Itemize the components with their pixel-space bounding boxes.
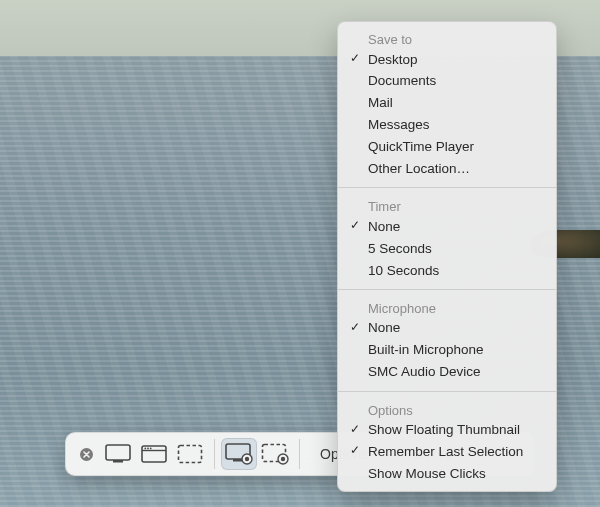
capture-selection-button[interactable] — [172, 438, 208, 470]
capture-window-button[interactable] — [136, 438, 172, 470]
save-to-heading: Save to — [338, 28, 556, 49]
options-heading: Options — [338, 399, 556, 420]
menu-item-label: Messages — [368, 117, 430, 132]
opt-remember-selection[interactable]: Remember Last Selection — [338, 441, 556, 463]
mic-smc[interactable]: SMC Audio Device — [338, 362, 556, 384]
save-to-mail[interactable]: Mail — [338, 93, 556, 115]
menu-item-label: Mail — [368, 95, 393, 110]
svg-point-12 — [245, 457, 249, 461]
menu-item-label: None — [368, 320, 400, 335]
screen-icon — [105, 444, 131, 464]
timer-5s[interactable]: 5 Seconds — [338, 238, 556, 260]
svg-rect-1 — [106, 445, 130, 460]
save-to-other[interactable]: Other Location… — [338, 158, 556, 180]
save-to-desktop[interactable]: Desktop — [338, 49, 556, 71]
save-to-quicktime[interactable]: QuickTime Player — [338, 137, 556, 159]
svg-rect-8 — [179, 446, 202, 463]
svg-point-15 — [281, 457, 285, 461]
timer-heading: Timer — [338, 195, 556, 216]
close-button[interactable] — [72, 438, 100, 470]
mic-none[interactable]: None — [338, 318, 556, 340]
menu-item-label: Built-in Microphone — [368, 342, 484, 357]
microphone-heading: Microphone — [338, 297, 556, 318]
record-entire-screen-button[interactable] — [221, 438, 257, 470]
svg-point-7 — [150, 448, 152, 450]
menu-item-label: Show Mouse Clicks — [368, 466, 486, 481]
screen-record-icon — [225, 443, 253, 465]
menu-item-label: Documents — [368, 73, 436, 88]
menu-separator — [338, 391, 556, 392]
timer-10s[interactable]: 10 Seconds — [338, 260, 556, 282]
close-icon — [79, 447, 94, 462]
menu-item-label: SMC Audio Device — [368, 364, 481, 379]
toolbar-separator — [299, 439, 300, 469]
timer-none[interactable]: None — [338, 216, 556, 238]
opt-mouse-clicks[interactable]: Show Mouse Clicks — [338, 463, 556, 485]
menu-separator — [338, 187, 556, 188]
menu-item-label: None — [368, 219, 400, 234]
menu-item-label: Show Floating Thumbnail — [368, 422, 520, 437]
capture-entire-screen-button[interactable] — [100, 438, 136, 470]
selection-icon — [177, 444, 203, 464]
svg-point-6 — [147, 448, 149, 450]
svg-point-5 — [144, 448, 146, 450]
menu-item-label: 5 Seconds — [368, 241, 432, 256]
save-to-documents[interactable]: Documents — [338, 71, 556, 93]
menu-item-label: Other Location… — [368, 161, 470, 176]
mic-builtin[interactable]: Built-in Microphone — [338, 340, 556, 362]
menu-item-label: 10 Seconds — [368, 263, 439, 278]
save-to-messages[interactable]: Messages — [338, 115, 556, 137]
opt-floating-thumbnail[interactable]: Show Floating Thumbnail — [338, 420, 556, 442]
window-icon — [141, 444, 167, 464]
menu-separator — [338, 289, 556, 290]
menu-item-label: Remember Last Selection — [368, 444, 523, 459]
record-selection-button[interactable] — [257, 438, 293, 470]
options-menu: Save to Desktop Documents Mail Messages … — [337, 21, 557, 492]
menu-item-label: QuickTime Player — [368, 139, 474, 154]
selection-record-icon — [261, 443, 289, 465]
menu-item-label: Desktop — [368, 52, 418, 67]
svg-rect-2 — [113, 460, 123, 463]
toolbar-separator — [214, 439, 215, 469]
